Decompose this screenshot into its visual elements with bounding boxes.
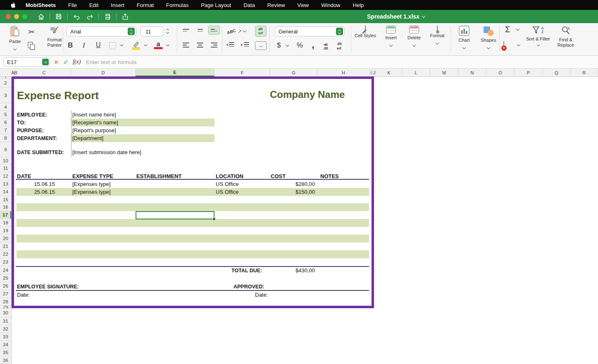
save-icon[interactable] xyxy=(54,12,63,21)
decrease-indent-button[interactable]: ◂ xyxy=(226,42,234,47)
redo-icon[interactable] xyxy=(85,12,94,21)
align-top-button[interactable] xyxy=(180,26,192,35)
row-header-23[interactable]: 23 xyxy=(0,258,11,266)
selected-cell[interactable] xyxy=(136,211,214,219)
menu-item-insert[interactable]: Insert xyxy=(111,2,124,8)
menu-item-file[interactable]: File xyxy=(68,2,77,8)
format-cells-button[interactable]: ⚙ Format xyxy=(426,26,448,46)
paste-button[interactable]: Paste xyxy=(6,26,24,52)
share-icon[interactable] xyxy=(121,12,130,21)
fullscreen-window-button[interactable] xyxy=(22,14,27,19)
chart-button[interactable]: Chart xyxy=(454,26,474,50)
clear-dropdown-icon[interactable] xyxy=(517,43,520,46)
align-left-button[interactable] xyxy=(180,40,192,50)
confirm-entry-icon[interactable]: ✓ xyxy=(63,58,69,66)
row-header-24[interactable]: 24 xyxy=(0,266,11,274)
row-header-18[interactable]: 18 xyxy=(0,219,11,227)
column-header-C[interactable]: C xyxy=(17,69,71,76)
clear-cells-button[interactable]: × xyxy=(503,41,504,49)
column-header-H[interactable]: H xyxy=(317,69,370,76)
row-header-10[interactable]: 10 xyxy=(0,157,11,164)
highlight-color-button[interactable] xyxy=(130,40,141,52)
cancel-entry-icon[interactable]: × xyxy=(54,58,58,67)
insert-cells-button[interactable]: Insert xyxy=(380,26,402,48)
text-rotate-button[interactable]: ABC ↗ xyxy=(227,27,242,35)
menu-item-formulas[interactable]: Formulas xyxy=(166,2,188,8)
autosum-button[interactable]: Σ xyxy=(505,25,510,34)
row-header-32[interactable]: 32 xyxy=(0,325,11,333)
align-bottom-button[interactable] xyxy=(208,26,220,35)
autosum-dropdown-icon[interactable] xyxy=(516,27,519,31)
column-header-J[interactable]: J xyxy=(373,69,376,76)
sheet-canvas[interactable] xyxy=(12,77,598,364)
document-title[interactable]: Spreadsheet 1.xlsx xyxy=(367,10,425,23)
percent-button[interactable]: % xyxy=(297,41,303,50)
row-header-25[interactable]: 25 xyxy=(0,274,11,282)
column-header-L[interactable]: L xyxy=(402,69,430,76)
menu-item-help[interactable]: Help xyxy=(353,2,364,8)
row-header-7[interactable]: 7 xyxy=(0,126,11,134)
row-header-3[interactable]: 3 xyxy=(0,88,11,103)
column-header-F[interactable]: F xyxy=(214,69,270,76)
row-header-14[interactable]: 14 xyxy=(0,188,11,196)
merge-cells-button[interactable]: ↔ xyxy=(255,41,267,50)
column-header-Q[interactable]: Q xyxy=(543,69,571,76)
row-header-26[interactable]: 26 xyxy=(0,282,11,290)
comma-style-button[interactable]: , xyxy=(312,39,314,50)
column-header-B[interactable]: B xyxy=(14,69,17,76)
menu-item-window[interactable]: Window xyxy=(321,2,340,8)
borders-dropdown-icon[interactable] xyxy=(120,43,123,46)
row-header-22[interactable]: 22 xyxy=(0,250,11,258)
row-header-4[interactable]: 4 xyxy=(0,103,11,111)
number-format-select[interactable]: General xyxy=(274,26,345,36)
bold-button[interactable]: B xyxy=(68,41,73,50)
find-replace-button[interactable]: Find & Replace xyxy=(553,26,579,48)
column-header-D[interactable]: D xyxy=(71,69,136,76)
row-header-16[interactable]: 16 xyxy=(0,203,11,211)
column-header-G[interactable]: G xyxy=(270,69,317,76)
row-header-12[interactable]: 12 xyxy=(0,172,11,180)
cut-button[interactable]: ✂ xyxy=(28,27,35,37)
row-header-15[interactable]: 15 xyxy=(0,196,11,203)
row-header-27[interactable]: 27 xyxy=(0,290,11,298)
menu-item-data[interactable]: Data xyxy=(243,2,255,8)
cell-reference-box[interactable]: E17 xyxy=(3,57,50,67)
align-right-button[interactable] xyxy=(208,40,220,50)
row-header-19[interactable]: 19 xyxy=(0,227,11,235)
sort-filter-button[interactable]: AZ Sort & Filter xyxy=(526,26,550,47)
row-header-30[interactable]: 30 xyxy=(0,309,11,317)
underline-button[interactable]: U xyxy=(96,41,101,49)
cell-styles-button[interactable]: Cell Styles xyxy=(355,26,376,38)
row-header-31[interactable]: 31 xyxy=(0,317,11,325)
row-header-21[interactable]: 21 xyxy=(0,243,11,250)
currency-dropdown-icon[interactable] xyxy=(286,43,289,47)
column-header-N[interactable]: N xyxy=(458,69,486,76)
row-header-13[interactable]: 13 xyxy=(0,180,11,188)
row-header-36[interactable]: 36 xyxy=(0,357,11,364)
cell-reference-dropdown-icon[interactable] xyxy=(42,59,49,65)
column-header-M[interactable]: M xyxy=(430,69,458,76)
format-painter-button[interactable]: Format Painter xyxy=(44,26,65,48)
menu-item-mobisheets[interactable]: MobiSheets xyxy=(26,2,56,8)
column-header-K[interactable]: K xyxy=(376,69,402,76)
formula-input[interactable] xyxy=(86,57,594,67)
increase-decimal-button[interactable]: ◂0.00 xyxy=(323,42,328,51)
wrap-text-button[interactable]: abc↵ xyxy=(255,26,267,37)
font-color-button[interactable]: a xyxy=(154,40,163,49)
menu-item-page-layout[interactable]: Page Layout xyxy=(201,2,231,8)
menu-item-view[interactable]: View xyxy=(297,2,309,8)
column-header-P[interactable]: P xyxy=(515,69,543,76)
row-header-9[interactable]: 9 xyxy=(0,142,11,157)
font-name-select[interactable]: Arial xyxy=(66,26,136,36)
row-header-5[interactable]: 5 xyxy=(0,111,11,119)
row-header-20[interactable]: 20 xyxy=(0,235,11,243)
shapes-button[interactable]: Shapes xyxy=(478,26,499,50)
currency-button[interactable]: $ xyxy=(277,41,281,50)
row-header-34[interactable]: 34 xyxy=(0,341,11,349)
menu-item-edit[interactable]: Edit xyxy=(89,2,98,8)
increase-indent-button[interactable]: ▸ xyxy=(241,42,249,47)
row-header-35[interactable]: 35 xyxy=(0,349,11,357)
align-middle-button[interactable] xyxy=(194,26,206,35)
minimize-window-button[interactable] xyxy=(14,14,19,19)
decrease-decimal-button[interactable]: .00▸0 xyxy=(337,42,342,51)
